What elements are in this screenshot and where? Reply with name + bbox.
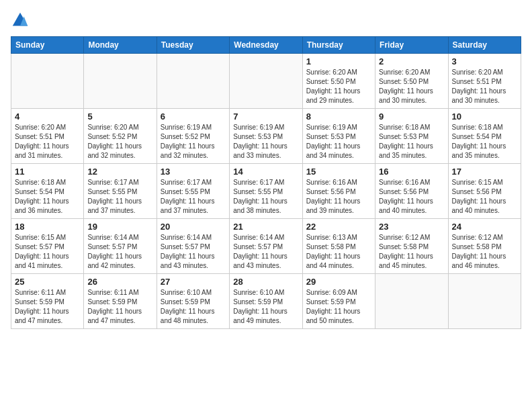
day-cell: 19Sunrise: 6:14 AM Sunset: 5:57 PM Dayli… [84,219,157,274]
day-number: 14 [233,167,298,177]
day-cell: 24Sunrise: 6:12 AM Sunset: 5:58 PM Dayli… [448,219,521,274]
day-cell [11,54,84,109]
day-number: 6 [161,111,226,122]
day-info: Sunrise: 6:12 AM Sunset: 5:58 PM Dayligh… [379,233,444,271]
day-cell [375,274,448,329]
day-info: Sunrise: 6:19 AM Sunset: 5:53 PM Dayligh… [306,123,371,161]
day-info: Sunrise: 6:17 AM Sunset: 5:55 PM Dayligh… [233,178,298,216]
header-thursday: Thursday [302,37,375,54]
day-cell: 1Sunrise: 6:20 AM Sunset: 5:50 PM Daylig… [302,54,375,109]
calendar-header: SundayMondayTuesdayWednesdayThursdayFrid… [11,37,521,54]
day-info: Sunrise: 6:20 AM Sunset: 5:51 PM Dayligh… [452,68,517,105]
day-info: Sunrise: 6:16 AM Sunset: 5:56 PM Dayligh… [379,178,444,216]
day-number: 10 [452,111,517,122]
day-cell: 15Sunrise: 6:16 AM Sunset: 5:56 PM Dayli… [302,164,375,219]
header-sunday: Sunday [11,37,84,54]
day-cell: 27Sunrise: 6:10 AM Sunset: 5:59 PM Dayli… [157,274,229,329]
day-info: Sunrise: 6:20 AM Sunset: 5:50 PM Dayligh… [306,68,371,105]
day-info: Sunrise: 6:15 AM Sunset: 5:56 PM Dayligh… [452,178,517,216]
day-info: Sunrise: 6:12 AM Sunset: 5:58 PM Dayligh… [452,233,517,271]
day-cell: 12Sunrise: 6:17 AM Sunset: 5:55 PM Dayli… [84,164,157,219]
day-cell: 16Sunrise: 6:16 AM Sunset: 5:56 PM Dayli… [375,164,448,219]
page-header [11,11,521,30]
day-info: Sunrise: 6:11 AM Sunset: 5:59 PM Dayligh… [87,288,152,326]
day-number: 7 [233,111,298,122]
day-cell: 13Sunrise: 6:17 AM Sunset: 5:55 PM Dayli… [157,164,229,219]
day-cell: 21Sunrise: 6:14 AM Sunset: 5:57 PM Dayli… [230,219,302,274]
day-cell: 28Sunrise: 6:10 AM Sunset: 5:59 PM Dayli… [230,274,302,329]
day-cell: 3Sunrise: 6:20 AM Sunset: 5:51 PM Daylig… [448,54,521,109]
day-info: Sunrise: 6:18 AM Sunset: 5:54 PM Dayligh… [15,178,80,216]
calendar-body: 1Sunrise: 6:20 AM Sunset: 5:50 PM Daylig… [11,54,521,329]
day-cell [230,54,302,109]
day-info: Sunrise: 6:10 AM Sunset: 5:59 PM Dayligh… [161,288,226,326]
day-cell: 22Sunrise: 6:13 AM Sunset: 5:58 PM Dayli… [302,219,375,274]
day-info: Sunrise: 6:17 AM Sunset: 5:55 PM Dayligh… [87,178,152,216]
day-info: Sunrise: 6:17 AM Sunset: 5:55 PM Dayligh… [161,178,226,216]
day-cell: 11Sunrise: 6:18 AM Sunset: 5:54 PM Dayli… [11,164,84,219]
day-info: Sunrise: 6:20 AM Sunset: 5:51 PM Dayligh… [15,123,80,161]
logo-icon [11,11,30,30]
day-cell: 23Sunrise: 6:12 AM Sunset: 5:58 PM Dayli… [375,219,448,274]
day-cell: 18Sunrise: 6:15 AM Sunset: 5:57 PM Dayli… [11,219,84,274]
day-number: 3 [452,56,517,66]
day-number: 26 [87,277,152,287]
day-cell: 2Sunrise: 6:20 AM Sunset: 5:50 PM Daylig… [375,54,448,109]
day-info: Sunrise: 6:14 AM Sunset: 5:57 PM Dayligh… [87,233,152,271]
week-row-1: 4Sunrise: 6:20 AM Sunset: 5:51 PM Daylig… [11,109,521,164]
day-cell: 4Sunrise: 6:20 AM Sunset: 5:51 PM Daylig… [11,109,84,164]
day-number: 17 [452,167,517,177]
day-info: Sunrise: 6:20 AM Sunset: 5:50 PM Dayligh… [379,68,444,105]
day-cell [84,54,157,109]
day-info: Sunrise: 6:18 AM Sunset: 5:53 PM Dayligh… [379,123,444,161]
day-cell: 6Sunrise: 6:19 AM Sunset: 5:52 PM Daylig… [157,109,229,164]
header-monday: Monday [84,37,157,54]
day-info: Sunrise: 6:18 AM Sunset: 5:54 PM Dayligh… [452,123,517,161]
header-saturday: Saturday [448,37,521,54]
calendar: SundayMondayTuesdayWednesdayThursdayFrid… [11,36,521,329]
header-row: SundayMondayTuesdayWednesdayThursdayFrid… [11,37,521,54]
day-cell: 10Sunrise: 6:18 AM Sunset: 5:54 PM Dayli… [448,109,521,164]
header-friday: Friday [375,37,448,54]
day-cell: 9Sunrise: 6:18 AM Sunset: 5:53 PM Daylig… [375,109,448,164]
day-number: 27 [161,277,226,287]
day-cell: 25Sunrise: 6:11 AM Sunset: 5:59 PM Dayli… [11,274,84,329]
day-cell [157,54,229,109]
day-number: 23 [379,222,444,232]
day-number: 11 [15,167,80,177]
day-info: Sunrise: 6:09 AM Sunset: 5:59 PM Dayligh… [306,288,371,326]
day-number: 19 [87,222,152,232]
week-row-2: 11Sunrise: 6:18 AM Sunset: 5:54 PM Dayli… [11,164,521,219]
day-number: 2 [379,56,444,66]
logo [11,11,32,30]
day-info: Sunrise: 6:10 AM Sunset: 5:59 PM Dayligh… [233,288,298,326]
day-info: Sunrise: 6:13 AM Sunset: 5:58 PM Dayligh… [306,233,371,271]
day-number: 18 [15,222,80,232]
day-cell: 29Sunrise: 6:09 AM Sunset: 5:59 PM Dayli… [302,274,375,329]
day-number: 8 [306,111,371,122]
day-number: 1 [306,56,371,66]
week-row-0: 1Sunrise: 6:20 AM Sunset: 5:50 PM Daylig… [11,54,521,109]
day-cell [448,274,521,329]
day-cell: 7Sunrise: 6:19 AM Sunset: 5:53 PM Daylig… [230,109,302,164]
week-row-4: 25Sunrise: 6:11 AM Sunset: 5:59 PM Dayli… [11,274,521,329]
header-wednesday: Wednesday [230,37,302,54]
day-info: Sunrise: 6:19 AM Sunset: 5:52 PM Dayligh… [161,123,226,161]
day-cell: 14Sunrise: 6:17 AM Sunset: 5:55 PM Dayli… [230,164,302,219]
day-info: Sunrise: 6:20 AM Sunset: 5:52 PM Dayligh… [87,123,152,161]
day-number: 13 [161,167,226,177]
day-info: Sunrise: 6:11 AM Sunset: 5:59 PM Dayligh… [15,288,80,326]
day-info: Sunrise: 6:19 AM Sunset: 5:53 PM Dayligh… [233,123,298,161]
day-number: 22 [306,222,371,232]
day-number: 9 [379,111,444,122]
day-cell: 20Sunrise: 6:14 AM Sunset: 5:57 PM Dayli… [157,219,229,274]
day-number: 20 [161,222,226,232]
day-info: Sunrise: 6:14 AM Sunset: 5:57 PM Dayligh… [233,233,298,271]
day-number: 5 [87,111,152,122]
day-cell: 8Sunrise: 6:19 AM Sunset: 5:53 PM Daylig… [302,109,375,164]
day-cell: 17Sunrise: 6:15 AM Sunset: 5:56 PM Dayli… [448,164,521,219]
day-cell: 5Sunrise: 6:20 AM Sunset: 5:52 PM Daylig… [84,109,157,164]
day-number: 21 [233,222,298,232]
day-number: 25 [15,277,80,287]
day-info: Sunrise: 6:14 AM Sunset: 5:57 PM Dayligh… [161,233,226,271]
